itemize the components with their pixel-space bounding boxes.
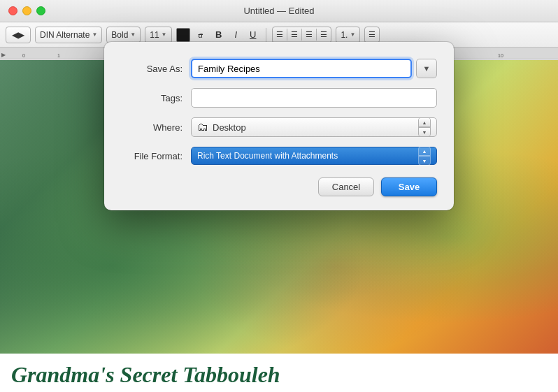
where-inner: 🗂 Desktop [197, 121, 246, 133]
stepper-down-button[interactable]: ▼ [419, 127, 430, 136]
file-format-value: Rich Text Document with Attachments [197, 151, 338, 161]
save-as-expand-button[interactable]: ▼ [416, 59, 437, 78]
save-dialog: Save As: ▼ Tags: Where: 🗂 Desktop [104, 42, 454, 210]
dialog-buttons: Cancel Save [121, 177, 437, 196]
tags-label: Tags: [121, 93, 191, 103]
file-format-label: File Format: [121, 151, 191, 161]
file-format-stepper[interactable]: ▲ ▼ [418, 146, 431, 166]
where-label: Where: [121, 122, 191, 133]
save-as-label: Save As: [121, 64, 191, 74]
save-as-row: Save As: ▼ [121, 59, 437, 78]
file-format-dropdown[interactable]: Rich Text Document with Attachments ▲ ▼ [191, 147, 437, 165]
chevron-down-icon: ▼ [423, 64, 431, 73]
file-format-stepper-up[interactable]: ▲ [419, 147, 430, 156]
tags-input[interactable] [191, 88, 437, 108]
where-row: Where: 🗂 Desktop ▲ ▼ [121, 117, 437, 137]
stepper-up-button[interactable]: ▲ [419, 118, 430, 127]
save-as-input[interactable] [191, 59, 412, 78]
cancel-button[interactable]: Cancel [318, 177, 374, 196]
file-format-row: File Format: Rich Text Document with Att… [121, 147, 437, 165]
tags-row: Tags: [121, 88, 437, 108]
file-format-stepper-down[interactable]: ▼ [419, 156, 430, 165]
where-value: Desktop [213, 122, 246, 133]
folder-icon: 🗂 [197, 121, 208, 133]
where-stepper[interactable]: ▲ ▼ [418, 117, 431, 137]
dialog-overlay: Save As: ▼ Tags: Where: 🗂 Desktop [0, 0, 558, 392]
where-dropdown[interactable]: 🗂 Desktop ▲ ▼ [191, 117, 437, 137]
save-button[interactable]: Save [381, 177, 437, 196]
save-as-field-group: ▼ [191, 59, 437, 78]
